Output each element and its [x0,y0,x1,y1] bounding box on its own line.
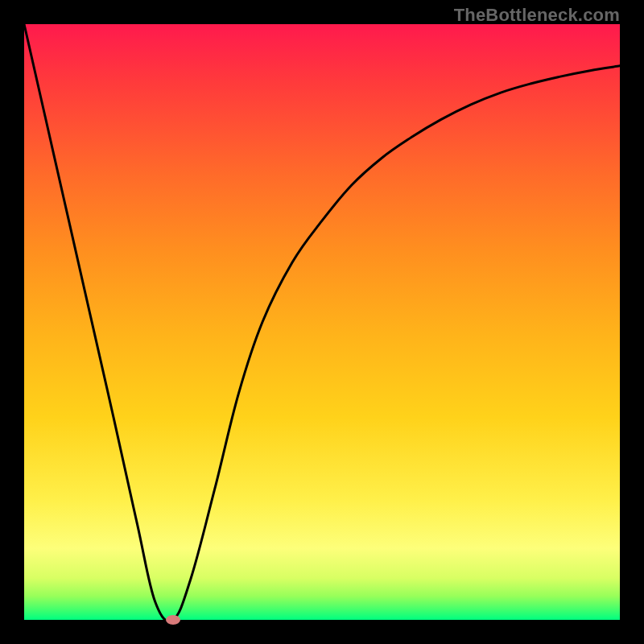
chart-frame: TheBottleneck.com [0,0,644,644]
curve-svg [24,24,620,620]
watermark-text: TheBottleneck.com [454,5,620,26]
plot-area [24,24,620,620]
min-marker [166,615,180,625]
bottleneck-curve [24,24,620,620]
